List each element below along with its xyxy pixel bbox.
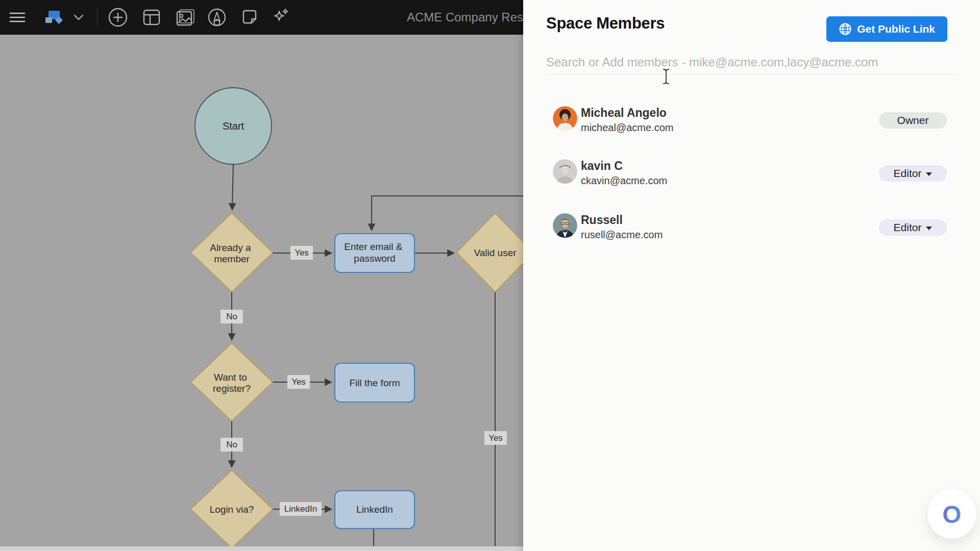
canvas-edge-strip (0, 546, 523, 551)
plus-circle-icon (108, 7, 128, 28)
edge-label-no-2: No (220, 438, 243, 452)
flow-node-start[interactable]: Start (195, 88, 272, 164)
member-name: kavin C (581, 159, 623, 173)
flow-node-want-register[interactable]: Want to register? (191, 343, 273, 421)
avatar (553, 106, 577, 131)
image-icon (176, 9, 195, 26)
member-email: ckavin@acme.com (581, 175, 667, 187)
insert-image-button[interactable] (174, 5, 197, 30)
member-email: micheal@acme.com (581, 122, 673, 134)
edge-label-yes-1: Yes (290, 246, 313, 260)
layout-button[interactable] (140, 5, 163, 30)
member-search-row (546, 50, 958, 74)
edge-label-yes-2: Yes (287, 375, 310, 389)
svg-text:Already a member: Already a member (210, 242, 254, 264)
member-row: Micheal Angelo micheal@acme.com Owner (553, 106, 947, 138)
chevron-down-icon (74, 14, 84, 20)
text-cursor (662, 68, 670, 85)
app-logo (44, 9, 64, 26)
role-dropdown[interactable]: Editor (879, 219, 947, 236)
edge-label-yes-3: Yes (484, 431, 507, 445)
get-public-link-label: Get Public Link (857, 23, 935, 35)
flow-node-start-label: Start (223, 120, 244, 132)
avatar (553, 159, 577, 184)
top-toolbar: ACME Company Res (0, 0, 523, 35)
notes-button[interactable] (238, 5, 261, 30)
member-row: kavin C ckavin@acme.com Editor (553, 159, 947, 191)
svg-text:Yes: Yes (488, 433, 503, 443)
ai-sparkle-icon (271, 7, 291, 28)
flow-node-linkedin-label: LinkedIn (356, 504, 393, 515)
role-badge-owner: Owner (879, 112, 947, 129)
avatar (553, 213, 577, 238)
member-name: Micheal Angelo (581, 106, 667, 120)
logo-dropdown-button[interactable] (67, 5, 90, 30)
panel-title: Space Members (546, 14, 665, 33)
flow-node-fill-form[interactable]: Fill the form (335, 363, 414, 402)
edge-label-no-1: No (220, 310, 243, 323)
member-row: Russell rusell@acme.com Editor (553, 213, 947, 245)
diagram-canvas[interactable]: Start Already a member Enter email & pas… (0, 35, 523, 551)
caret-down-icon (926, 227, 932, 230)
svg-text:Yes: Yes (295, 248, 309, 258)
toolbar-divider (97, 8, 97, 27)
flow-node-linkedin[interactable]: LinkedIn (335, 491, 414, 529)
flow-node-valid-user-label: Valid user (474, 247, 517, 258)
flow-node-already-member[interactable]: Already a member (191, 213, 273, 292)
hamburger-menu-icon (9, 11, 26, 23)
role-dropdown[interactable]: Editor (879, 165, 947, 182)
get-public-link-button[interactable]: Get Public Link (826, 16, 947, 42)
app-logo-button[interactable] (43, 5, 65, 30)
add-shape-button[interactable] (107, 5, 129, 30)
globe-icon (839, 22, 852, 36)
pen-compass-icon (207, 8, 227, 27)
space-members-panel: Space Members Get Public Link (523, 0, 980, 551)
member-name: Russell (581, 213, 623, 227)
flowchart: Start Already a member Enter email & pas… (0, 35, 523, 551)
flow-node-valid-user[interactable]: Valid user (457, 213, 523, 292)
note-icon (241, 9, 258, 26)
svg-text:No: No (226, 440, 237, 449)
flow-node-login-via-label: Login via? (210, 504, 254, 515)
caret-down-icon (926, 172, 932, 176)
connector-lines (232, 164, 523, 546)
main-menu-button[interactable] (6, 5, 29, 30)
edge-label-linkedin: LinkedIn (280, 502, 322, 516)
layout-icon (142, 9, 161, 26)
pen-tool-button[interactable] (206, 5, 228, 30)
flow-node-enter-email[interactable]: Enter email & password (335, 234, 414, 272)
flow-node-login-via[interactable]: Login via? (191, 470, 273, 548)
document-title[interactable]: ACME Company Res (407, 0, 523, 35)
svg-text:Want to register?: Want to register? (213, 372, 251, 394)
app-watermark-logo: O (927, 490, 976, 539)
svg-text:LinkedIn: LinkedIn (284, 504, 317, 514)
watermark-letter: O (942, 500, 961, 529)
ai-assist-button[interactable] (270, 5, 292, 30)
flow-node-fill-form-label: Fill the form (349, 378, 400, 388)
member-email: rusell@acme.com (581, 229, 663, 241)
svg-text:Yes: Yes (291, 377, 306, 387)
member-search-input[interactable] (546, 50, 958, 74)
svg-text:No: No (226, 312, 237, 321)
